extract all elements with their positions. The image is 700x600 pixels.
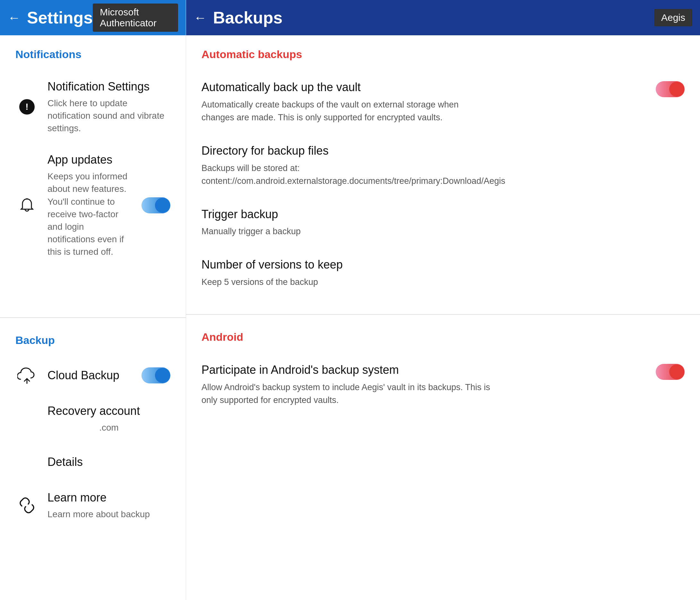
android-backup-toggle-knob bbox=[669, 365, 684, 379]
right-panel: ← Backups Aegis Automatic backups Automa… bbox=[186, 0, 700, 600]
recovery-account-content: Recovery account .com bbox=[48, 404, 170, 434]
automatic-backups-section: Automatic backups Automatically back up … bbox=[186, 35, 700, 311]
notifications-section: Notifications ! Notification Settings Cl… bbox=[0, 35, 186, 314]
directory-backup-title: Directory for backup files bbox=[201, 144, 684, 158]
cloud-backup-title: Cloud Backup bbox=[48, 368, 134, 383]
details-title: Details bbox=[48, 455, 170, 470]
app-updates-toggle[interactable] bbox=[142, 197, 170, 214]
app-updates-toggle-knob bbox=[155, 198, 170, 213]
left-panel: ← Settings Microsoft Authenticator Notif… bbox=[0, 0, 186, 600]
app-updates-subtitle: Keeps you informed about new features. Y… bbox=[48, 170, 134, 258]
recovery-account-title: Recovery account bbox=[48, 404, 170, 419]
android-backup-content: Participate in Android's backup system A… bbox=[201, 362, 648, 407]
trigger-backup-title: Trigger backup bbox=[201, 207, 684, 222]
backup-section: Backup Cloud Backup Recovery account bbox=[0, 321, 186, 600]
android-section-label: Android bbox=[201, 331, 684, 343]
app-updates-item[interactable]: App updates Keeps you informed about new… bbox=[16, 144, 170, 267]
android-backup-title: Participate in Android's backup system bbox=[201, 362, 648, 378]
cloud-backup-content: Cloud Backup bbox=[48, 368, 134, 383]
right-header-badge: Aegis bbox=[654, 9, 692, 26]
auto-backup-vault-content: Automatically back up the vault Automati… bbox=[201, 80, 648, 124]
recovery-account-subtitle: .com bbox=[48, 421, 170, 434]
learn-more-content: Learn more Learn more about backup bbox=[48, 490, 170, 520]
directory-backup-subtitle: Backups will be stored at: content://com… bbox=[201, 162, 490, 188]
details-content: Details bbox=[48, 455, 170, 470]
trigger-backup-subtitle: Manually trigger a backup bbox=[201, 225, 490, 238]
android-section: Android Participate in Android's backup … bbox=[186, 318, 700, 429]
versions-to-keep-subtitle: Keep 5 versions of the backup bbox=[201, 276, 490, 289]
right-back-button[interactable]: ← bbox=[194, 10, 207, 25]
versions-to-keep-title: Number of versions to keep bbox=[201, 257, 684, 272]
link-icon bbox=[16, 497, 39, 514]
versions-to-keep-item[interactable]: Number of versions to keep Keep 5 versio… bbox=[201, 248, 684, 298]
automatic-backups-label: Automatic backups bbox=[201, 48, 684, 60]
notification-settings-item[interactable]: ! Notification Settings Click here to up… bbox=[16, 70, 170, 144]
auto-backup-vault-subtitle: Automatically create backups of the vaul… bbox=[201, 98, 490, 124]
cloud-backup-item[interactable]: Cloud Backup bbox=[16, 356, 170, 395]
alert-icon: ! bbox=[16, 99, 39, 115]
bell-icon bbox=[16, 197, 39, 214]
left-header-title: Settings bbox=[27, 8, 93, 27]
auto-backup-toggle[interactable] bbox=[656, 81, 684, 97]
svg-text:!: ! bbox=[25, 102, 28, 112]
android-backup-item[interactable]: Participate in Android's backup system A… bbox=[201, 353, 684, 417]
recovery-account-item[interactable]: Recovery account .com bbox=[16, 395, 170, 443]
learn-more-subtitle: Learn more about backup bbox=[48, 508, 170, 520]
directory-backup-content: Directory for backup files Backups will … bbox=[201, 144, 684, 188]
section-divider bbox=[0, 317, 186, 318]
left-header: ← Settings Microsoft Authenticator bbox=[0, 0, 186, 35]
learn-more-title: Learn more bbox=[48, 490, 170, 505]
directory-backup-item[interactable]: Directory for backup files Backups will … bbox=[201, 134, 684, 197]
cloud-backup-toggle-knob bbox=[155, 368, 170, 383]
learn-more-item[interactable]: Learn more Learn more about backup bbox=[16, 481, 170, 529]
trigger-backup-item[interactable]: Trigger backup Manually trigger a backup bbox=[201, 197, 684, 248]
right-header-title: Backups bbox=[213, 8, 654, 27]
app-updates-content: App updates Keeps you informed about new… bbox=[48, 152, 134, 258]
details-item[interactable]: Details bbox=[16, 443, 170, 481]
right-section-divider bbox=[186, 314, 700, 315]
notification-settings-content: Notification Settings Click here to upda… bbox=[48, 79, 170, 134]
android-backup-toggle[interactable] bbox=[656, 364, 684, 380]
auto-backup-vault-item[interactable]: Automatically back up the vault Automati… bbox=[201, 70, 684, 134]
notification-settings-subtitle: Click here to update notification sound … bbox=[48, 97, 170, 135]
android-backup-subtitle: Allow Android's backup system to include… bbox=[201, 381, 490, 407]
backup-section-label: Backup bbox=[16, 334, 170, 347]
auto-backup-vault-title: Automatically back up the vault bbox=[201, 80, 648, 95]
cloud-upload-icon bbox=[16, 367, 39, 384]
left-back-button[interactable]: ← bbox=[8, 10, 21, 25]
notification-settings-title: Notification Settings bbox=[48, 79, 170, 94]
cloud-backup-toggle[interactable] bbox=[142, 367, 170, 383]
versions-to-keep-content: Number of versions to keep Keep 5 versio… bbox=[201, 257, 684, 289]
app-updates-title: App updates bbox=[48, 152, 134, 168]
auto-backup-toggle-knob bbox=[669, 82, 684, 97]
left-header-badge: Microsoft Authenticator bbox=[93, 3, 178, 32]
notifications-section-label: Notifications bbox=[16, 48, 170, 60]
trigger-backup-content: Trigger backup Manually trigger a backup bbox=[201, 207, 684, 238]
right-header: ← Backups Aegis bbox=[186, 0, 700, 35]
